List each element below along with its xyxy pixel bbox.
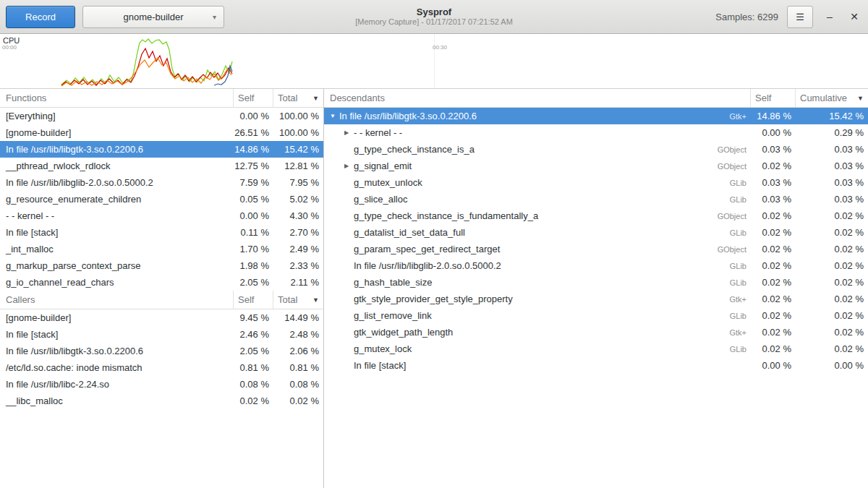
table-row[interactable]: g_list_remove_linkGLib0.02 %0.02 % [324, 307, 868, 324]
cell-descendant: g_slice_allocGLib [324, 191, 751, 207]
cell-total-percent: 2.06 % [273, 343, 323, 359]
table-row[interactable]: g_hash_table_sizeGLib0.02 %0.02 % [324, 274, 868, 291]
table-row[interactable]: g_slice_allocGLib0.03 %0.03 % [324, 191, 868, 207]
expander-icon[interactable]: ▼ [330, 113, 339, 119]
menu-button[interactable]: ☰ [787, 6, 813, 28]
header-bar: Record gnome-builder ▾ Sysprof [Memory C… [0, 0, 868, 34]
cell-self-percent: 7.59 % [234, 174, 273, 191]
time-tick-mid: 00:30 [433, 44, 447, 51]
table-row[interactable]: ▼In file /usr/lib/libgtk-3.so.0.2200.6Gt… [324, 108, 868, 124]
table-row[interactable]: [Everything]0.00 %100.00 % [0, 108, 323, 124]
table-row[interactable]: g_type_check_instance_is_fundamentally_a… [324, 207, 868, 224]
self-column-header[interactable]: Self [751, 89, 796, 107]
cell-function-name: [Everything] [0, 108, 234, 124]
cell-function-name: g_resource_enumerate_children [0, 191, 234, 207]
library-badge: GObject [710, 212, 746, 221]
tree-indent [330, 132, 344, 133]
descendants-column-header[interactable]: Descendants [324, 89, 751, 107]
minimize-icon: – [827, 11, 833, 22]
cell-self-percent: 0.02 % [751, 207, 796, 224]
left-pane: Functions Self Total ▼ [Everything]0.00 … [0, 89, 324, 488]
library-badge: GLib [723, 179, 746, 187]
table-row[interactable]: gtk_style_provider_get_style_propertyGtk… [324, 291, 868, 307]
table-row[interactable]: g_mutex_lockGLib0.02 %0.02 % [324, 341, 868, 357]
table-row[interactable]: In file /usr/lib/libglib-2.0.so.0.5000.2… [324, 257, 868, 274]
table-row[interactable]: g_param_spec_get_redirect_targetGObject0… [324, 241, 868, 257]
cell-cumulative-percent: 0.02 % [796, 224, 868, 241]
table-row[interactable]: In file /usr/lib/libglib-2.0.so.0.5000.2… [0, 174, 323, 191]
cell-self-percent: 0.03 % [751, 191, 796, 207]
process-selector-dropdown[interactable]: gnome-builder ▾ [82, 6, 224, 28]
table-row[interactable]: _int_malloc1.70 %2.49 % [0, 241, 323, 257]
table-row[interactable]: In file [stack]2.46 %2.48 % [0, 326, 323, 343]
cell-total-percent: 12.81 % [273, 158, 323, 174]
total-column-header[interactable]: Total ▼ [273, 291, 323, 309]
cell-self-percent: 0.02 % [751, 224, 796, 241]
callers-column-header[interactable]: Callers [0, 291, 234, 309]
cpu-orange-line [61, 58, 231, 86]
cell-self-percent: 26.51 % [234, 124, 273, 141]
table-row[interactable]: - - kernel - -0.00 %4.30 % [0, 207, 323, 224]
cell-self-percent: 9.45 % [234, 309, 273, 326]
cell-cumulative-percent: 0.02 % [796, 307, 868, 324]
table-row[interactable]: ▶g_signal_emitGObject0.02 %0.03 % [324, 158, 868, 174]
cell-function-name: [gnome-builder] [0, 309, 234, 326]
library-badge: GLib [723, 262, 746, 270]
cell-function-name: __libc_malloc [0, 393, 234, 409]
cpu-usage-chart [0, 34, 868, 88]
table-row[interactable]: __pthread_rwlock_rdlock12.75 %12.81 % [0, 158, 323, 174]
table-row[interactable]: g_resource_enumerate_children0.05 %5.02 … [0, 191, 323, 207]
profile-content: Functions Self Total ▼ [Everything]0.00 … [0, 89, 868, 488]
library-badge: GObject [710, 162, 746, 171]
table-row[interactable]: ▶- - kernel - -0.00 %0.29 % [324, 124, 868, 141]
table-row[interactable]: g_datalist_id_set_data_fullGLib0.02 %0.0… [324, 224, 868, 241]
cell-self-percent: 0.02 % [751, 274, 796, 291]
table-row[interactable]: [gnome-builder]26.51 %100.00 % [0, 124, 323, 141]
cell-total-percent: 0.08 % [273, 376, 323, 393]
minimize-button[interactable]: – [822, 6, 838, 28]
record-button[interactable]: Record [6, 6, 75, 28]
time-tick-start: 00:00 [2, 44, 17, 51]
cell-total-percent: 15.42 % [273, 141, 323, 158]
expander-icon[interactable]: ▶ [344, 129, 354, 136]
cell-self-percent: 14.86 % [751, 108, 796, 124]
table-row[interactable]: g_type_check_instance_is_aGObject0.03 %0… [324, 141, 868, 158]
table-row[interactable]: __libc_malloc0.02 %0.02 % [0, 393, 323, 409]
table-row[interactable]: In file /usr/lib/libc-2.24.so0.08 %0.08 … [0, 376, 323, 393]
cell-function-name: g_list_remove_link [354, 310, 432, 321]
table-row[interactable]: In file [stack]0.00 %0.00 % [324, 357, 868, 374]
total-column-header[interactable]: Total ▼ [273, 89, 323, 107]
cell-cumulative-percent: 0.03 % [796, 158, 868, 174]
cell-self-percent: 12.75 % [234, 158, 273, 174]
right-pane: Descendants Self Cumulative ▼ ▼In file /… [324, 89, 868, 488]
table-row[interactable]: gtk_widget_path_lengthGtk+0.02 %0.02 % [324, 324, 868, 341]
cell-self-percent: 0.02 % [234, 393, 273, 409]
cell-function-name: gtk_widget_path_length [354, 327, 453, 338]
table-row[interactable]: g_markup_parse_context_parse1.98 %2.33 % [0, 257, 323, 274]
cell-function-name: - - kernel - - [0, 207, 234, 224]
cell-self-percent: 2.05 % [234, 343, 273, 359]
cell-function-name: In file /usr/lib/libglib-2.0.so.0.5000.2 [0, 174, 234, 191]
table-row[interactable]: g_io_channel_read_chars2.05 %2.11 % [0, 274, 323, 291]
cell-cumulative-percent: 0.02 % [796, 341, 868, 357]
functions-column-header[interactable]: Functions [0, 89, 234, 107]
library-badge: GLib [723, 312, 746, 320]
total-column-label: Total [278, 294, 297, 305]
cell-self-percent: 0.00 % [751, 124, 796, 141]
samples-count: Samples: 6299 [715, 12, 778, 22]
table-row[interactable]: In file /usr/lib/libgtk-3.so.0.2200.614.… [0, 141, 323, 158]
cell-function-name: /etc/ld.so.cache: inode mismatch [0, 359, 234, 376]
self-column-header[interactable]: Self [234, 291, 273, 309]
table-row[interactable]: g_mutex_unlockGLib0.03 %0.03 % [324, 174, 868, 191]
table-row[interactable]: [gnome-builder]9.45 %14.49 % [0, 309, 323, 326]
table-row[interactable]: In file /usr/lib/libgtk-3.so.0.2200.62.0… [0, 343, 323, 359]
table-row[interactable]: In file [stack]0.11 %2.70 % [0, 224, 323, 241]
callers-table: [gnome-builder]9.45 %14.49 %In file [sta… [0, 309, 323, 409]
table-row[interactable]: /etc/ld.so.cache: inode mismatch0.81 %0.… [0, 359, 323, 376]
expander-icon[interactable]: ▶ [344, 163, 354, 169]
cpu-graph[interactable]: CPU 00:00 00:30 [0, 34, 868, 89]
cell-cumulative-percent: 0.03 % [796, 191, 868, 207]
cumulative-column-header[interactable]: Cumulative ▼ [796, 89, 868, 107]
self-column-header[interactable]: Self [234, 89, 273, 107]
close-button[interactable]: ✕ [846, 6, 862, 28]
